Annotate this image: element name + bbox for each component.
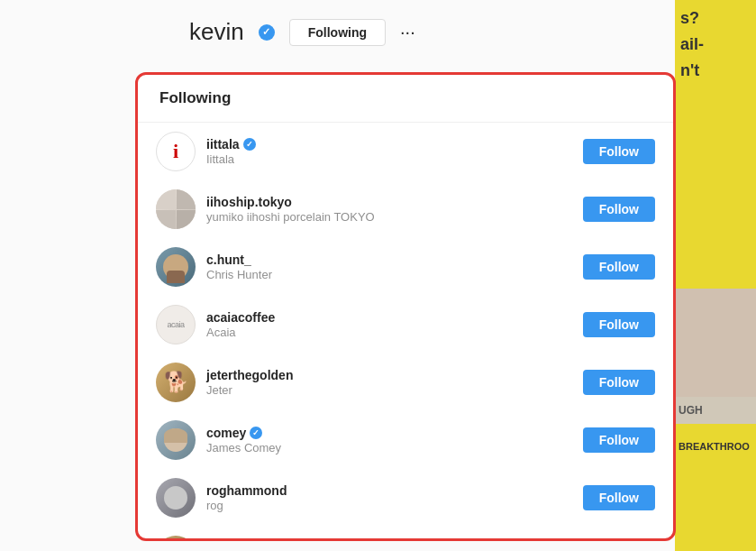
user-avatar-iittala[interactable]: i (156, 132, 196, 171)
list-item: comey ✓ James Comey Follow (138, 411, 673, 469)
follow-button-comey[interactable]: Follow (583, 427, 655, 453)
user-info-comey: comey ✓ James Comey (206, 426, 572, 455)
following-list[interactable]: i iittala ✓ Iittala Follow iihoship.toky… (138, 123, 673, 538)
bg-right-text-ail: ail- (680, 35, 751, 54)
list-item: i iittala ✓ Iittala Follow (138, 123, 673, 180)
verified-badge: ✓ (259, 24, 275, 41)
username-chunt[interactable]: c.hunt_ (206, 253, 572, 267)
verified-icon: ✓ (243, 138, 256, 151)
user-info-rog: roghammond rog (206, 483, 572, 512)
bg-right-text-nt: n't (680, 61, 751, 80)
fullname-jeter: Jeter (206, 383, 572, 397)
list-item: 🐕 jeterthegolden Jeter Follow (138, 354, 673, 411)
user-info-chunt: c.hunt_ Chris Hunter (206, 253, 572, 281)
list-item: acaia acaiacoffee Acaia Follow (138, 296, 673, 354)
more-options-button[interactable]: ··· (400, 22, 415, 42)
bg-right-text-s: s? (680, 9, 751, 28)
fullname-iittala: Iittala (206, 152, 572, 166)
background-right: s? ail- n't UGH BREAKTHROO (675, 0, 756, 551)
user-info-iihoship: iihoship.tokyo yumiko iihoshi porcelain … (206, 195, 572, 224)
user-avatar-comey[interactable] (156, 420, 196, 460)
username-iittala[interactable]: iittala ✓ (206, 137, 572, 152)
profile-username: kevin (189, 18, 244, 46)
username-comey[interactable]: comey ✓ (206, 426, 572, 440)
follow-button-iihoship[interactable]: Follow (583, 197, 655, 222)
follow-button-iittala[interactable]: Follow (583, 139, 655, 164)
follow-button-acaia[interactable]: Follow (583, 312, 655, 337)
list-item: iihoship.tokyo yumiko iihoshi porcelain … (138, 180, 673, 238)
user-avatar-iihoship[interactable] (156, 189, 196, 229)
fullname-iihoship: yumiko iihoshi porcelain TOKYO (206, 210, 572, 224)
user-avatar-antonio[interactable] (156, 536, 196, 538)
following-modal: Following i iittala ✓ Iittala Follow iih… (135, 72, 676, 541)
bg-right-text-breakthrough: BREAKTHROO (679, 441, 750, 452)
user-avatar-jeter[interactable]: 🐕 (156, 363, 196, 402)
user-info-jeter: jeterthegolden Jeter (206, 368, 572, 397)
user-avatar-rog[interactable] (156, 478, 196, 518)
following-button[interactable]: Following (289, 19, 386, 46)
bg-right-text-ugh: UGH (679, 404, 703, 417)
list-item: roghammond rog Follow (138, 469, 673, 527)
user-avatar-acaia[interactable]: acaia (156, 305, 196, 344)
fullname-rog: rog (206, 499, 572, 512)
username-jeter[interactable]: jeterthegolden (206, 368, 572, 382)
fullname-acaia: Acaia (206, 326, 572, 339)
verified-icon: ✓ (250, 427, 262, 439)
username-rog[interactable]: roghammond (206, 483, 572, 498)
user-info-acaia: acaiacoffee Acaia (206, 310, 572, 339)
list-item: antoniogalloni Antonio Galloni Follow (138, 527, 673, 538)
follow-button-chunt[interactable]: Follow (583, 254, 655, 280)
follow-button-rog[interactable]: Follow (583, 485, 655, 510)
fullname-chunt: Chris Hunter (206, 268, 572, 281)
user-info-iittala: iittala ✓ Iittala (206, 137, 572, 166)
list-item: c.hunt_ Chris Hunter Follow (138, 238, 673, 296)
fullname-comey: James Comey (206, 441, 572, 455)
follow-button-jeter[interactable]: Follow (583, 370, 655, 395)
user-avatar-chunt[interactable] (156, 247, 196, 287)
modal-title: Following (138, 75, 673, 123)
username-iihoship[interactable]: iihoship.tokyo (206, 195, 572, 209)
username-acaia[interactable]: acaiacoffee (206, 310, 572, 325)
